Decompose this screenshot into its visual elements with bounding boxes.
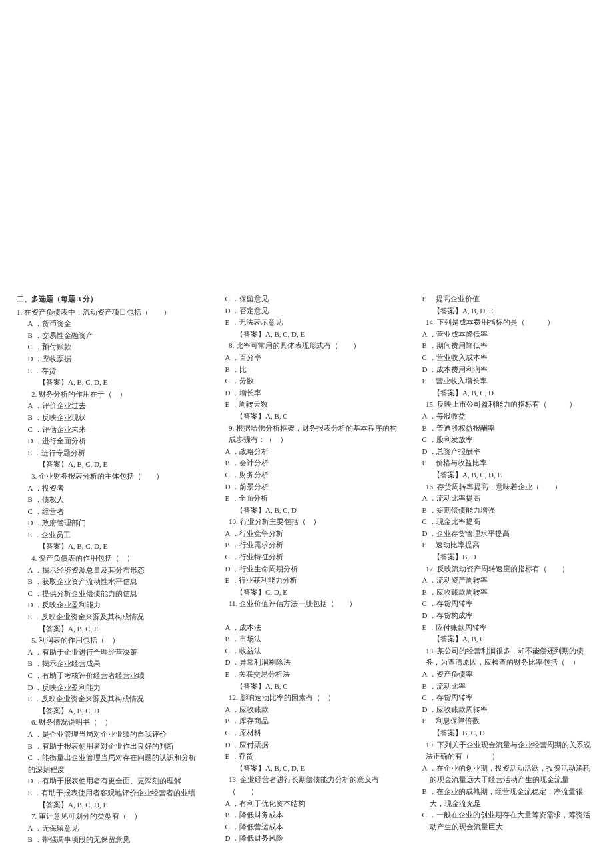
option: B ．交易性金融资产 [17, 330, 202, 342]
question-stem: 11. 企业价值评估方法一般包括（ ） [214, 598, 399, 610]
option: D ．有助于报表使用者有更全面、更深刻的理解 [17, 775, 202, 787]
option: D ．应付票据 [214, 739, 399, 751]
option: D ．存货构成率 [411, 610, 596, 622]
question-stem: 7. 审计意见可划分的类型有（ ） [17, 811, 202, 823]
option: C ．提供分析企业偿债能力的信息 [17, 588, 202, 600]
option: C ．保留意见 [214, 293, 399, 305]
option: E ．速动比率提高 [411, 539, 596, 551]
option: D ．应收账款周转率 [411, 704, 596, 716]
question-stem: 2. 财务分析的作用在于（ ） [17, 389, 202, 401]
option: C ．原材料 [214, 727, 399, 739]
option: A ．货币资金 [17, 318, 202, 330]
option: C ．财务分析 [214, 469, 399, 481]
option: A ．每股收益 [411, 411, 596, 423]
question-stem: 20. 如果流动比率过高，意味着企业可能存在（ ）。 [608, 352, 613, 375]
option: B ．降低财务成本 [214, 809, 399, 821]
question-stem: 4. 资产负债表的作用包括（ ） [17, 553, 202, 565]
answer: 【答案】A, B, D, E [411, 305, 596, 317]
option: A ．揭示经济资源总量及其分布形态 [17, 565, 202, 577]
answer: 【答案】A, B, C [214, 411, 399, 423]
option: A ．百分率 [214, 352, 399, 364]
option: B ．带强调事项段的无保留意见 [17, 834, 202, 846]
option: A ．存在闲置现金 [608, 375, 613, 387]
option: B ．流动比率 [411, 681, 596, 693]
option: A ．流动比率提高 [411, 493, 596, 505]
question-stem: 9. 根据哈佛分析框架，财务报表分析的基本程序的构成步骤有：（ ） [214, 423, 399, 446]
question-stem: 5. 利润表的作用包括（ ） [17, 635, 202, 647]
option: B ．行业需求分析 [214, 539, 399, 551]
answer: 【答案】A, B, C, D [17, 705, 202, 717]
option: E ．应付账款周转率 [411, 622, 596, 634]
option: B ．短期偿债能力增强 [411, 505, 596, 517]
option: D ．企业存货管理水平提高 [411, 528, 596, 540]
option: C ．降低营运成本 [214, 821, 399, 833]
answer: 【答案】A, B, C [608, 340, 613, 352]
option: E ．存货 [17, 365, 202, 377]
spacer [214, 610, 399, 622]
option: A ．流动资产周转率 [411, 575, 596, 587]
answer: 【答案】A, B, C, D, E [214, 329, 399, 341]
option: E ．长期偿债能力越强 [608, 423, 613, 435]
question-stem: 13. 企业经营者进行长期偿债能力分析的意义有（ ） [214, 774, 399, 797]
option: D ．增长率 [214, 387, 399, 399]
option: D ．总资产报酬率 [411, 446, 596, 458]
option: A ．战略分析 [214, 446, 399, 458]
option: E ．营业收入增长率 [411, 375, 596, 387]
option: A ．营业成本降低率 [411, 329, 596, 341]
option: C ．收益法 [214, 645, 399, 657]
option: A ．资产负债率 [411, 669, 596, 681]
option: D ．反映企业盈利能力 [17, 599, 202, 611]
option: E ．反映企业资金来源及其构成情况 [17, 693, 202, 705]
option: B ．比 [214, 364, 399, 376]
option: A ．无保留意见 [17, 823, 202, 835]
option: B ．揭示企业经营成果 [17, 658, 202, 670]
option: D ．反映企业盈利能力 [17, 682, 202, 694]
option: D ．短期偿债能力很差 [608, 411, 613, 423]
option: B ．应收账款周转率 [411, 587, 596, 599]
option: C ．行业特征分析 [214, 551, 399, 563]
answer: 【答案】A, B, C, D, E [214, 763, 399, 775]
question-stem: 10. 行业分析主要包括（ ） [214, 516, 399, 528]
option: B ．市场法 [214, 633, 399, 645]
answer: 【答案】A, B, C [411, 633, 596, 645]
option: C ．存货周转率 [411, 692, 596, 704]
option: E ．全面分析 [214, 493, 399, 505]
option: E ．存货 [214, 751, 399, 763]
question-stem: 14. 下列是成本费用指标的是（ ） [411, 317, 596, 329]
option: E ．行业获利能力分析 [214, 575, 399, 587]
option: E ．价格与收益比率 [411, 457, 596, 469]
option: A ．行业竞争分析 [214, 528, 399, 540]
option: E ．关联交易分析法 [214, 669, 399, 681]
option: C ．现金比率提高 [411, 516, 596, 528]
answer: 【答案】A, B, C, D, E [17, 377, 202, 389]
option: B ．存在存货积压 [608, 387, 613, 399]
section-title: 二、多选题（每题 3 分） [17, 293, 202, 305]
question-stem: 19. 下列关于企业现金流量与企业经营周期的关系说法正确的有（ ） [411, 739, 596, 763]
option: A ．有利于优化资本结构 [214, 798, 399, 810]
question-stem: 16. 存货周转率提高，意味着企业（ ） [411, 481, 596, 493]
answer: 【答案】C, D, E [214, 587, 399, 599]
answer: 【答案】A, B, C, D, E [17, 541, 202, 553]
answer: 【答案】A, B, C, D [411, 387, 596, 399]
option: A ．有助于企业进行合理经营决策 [17, 647, 202, 659]
option: C ．股利发放率 [411, 434, 596, 446]
option: A ．成本法 [214, 622, 399, 634]
answer: 【答案】A, B, C, D, E [17, 459, 202, 471]
option: D ．成本费用利润率 [411, 364, 596, 376]
question-stem: 17. 反映流动资产周转速度的指标有（ ） [411, 563, 596, 575]
option: C ．营业收入成本率 [411, 352, 596, 364]
question-stem: 12. 影响速动比率的因素有（ ） [214, 692, 399, 704]
option: A ．评价企业过去 [17, 400, 202, 412]
option: C ．分数 [214, 375, 399, 387]
option: E ．无法表示意见 [214, 317, 399, 329]
question-stem: 15. 反映上市公司盈利能力的指标有（ ） [411, 399, 596, 411]
option: C ．一般在企业的创业期存在大量筹资需求，筹资活动产生的现金流量巨大 [418, 809, 596, 833]
option: A ．投资者 [17, 483, 202, 495]
answer: 【答案】A, B, C, D [214, 505, 399, 517]
option: C ．存货周转率 [411, 598, 596, 610]
question-stem: 3. 企业财务报表分析的主体包括（ ） [17, 471, 202, 483]
option: A ．在企业的创业期，投资活动活跃，投资活动消耗的现金流量远大于经营活动产生的现… [418, 763, 596, 786]
option: E ．提高企业价值 [411, 293, 596, 305]
option: E ．反映企业资金来源及其构成情况 [17, 611, 202, 623]
option: B ．普通股权益报酬率 [411, 423, 596, 435]
